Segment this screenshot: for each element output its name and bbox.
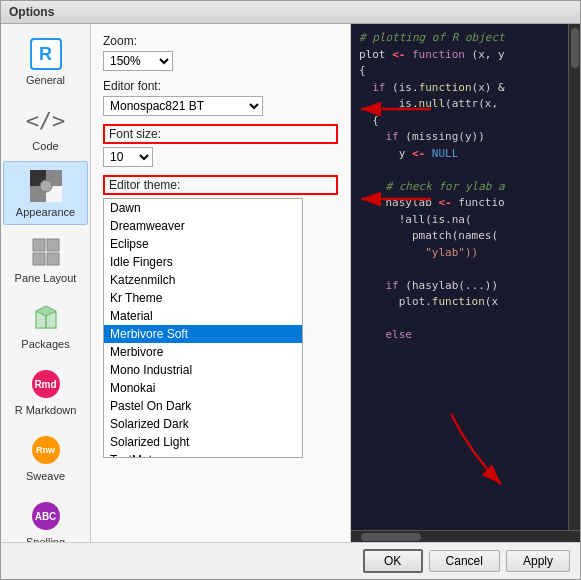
zoom-label: Zoom:	[103, 34, 338, 48]
sidebar-label-code: Code	[32, 140, 58, 152]
sidebar-item-pane-layout[interactable]: Pane Layout	[3, 227, 88, 291]
appearance-icon	[28, 168, 64, 204]
theme-list-item[interactable]: Pastel On Dark	[104, 397, 302, 415]
sidebar-item-sweave[interactable]: Rnw Sweave	[3, 425, 88, 489]
editor-font-label: Editor font:	[103, 79, 338, 93]
sidebar-item-rmarkdown[interactable]: Rmd R Markdown	[3, 359, 88, 423]
rmarkdown-icon: Rmd	[28, 366, 64, 402]
sidebar-item-general[interactable]: R General	[3, 29, 88, 93]
code-content: # plotting of R object plot <- function …	[359, 30, 572, 356]
sidebar-item-packages[interactable]: Packages	[3, 293, 88, 357]
editor-font-select[interactable]: Monospac821 BT	[103, 96, 263, 116]
code-preview: # plotting of R object plot <- function …	[351, 24, 580, 542]
theme-list-item[interactable]: Kr Theme	[104, 289, 302, 307]
ok-button[interactable]: OK	[363, 549, 423, 573]
theme-list-item[interactable]: TextMate	[104, 451, 302, 458]
main-panel: Zoom: 150% 100% 125% 175% 200% Editor fo…	[91, 24, 580, 542]
code-line-6: {	[359, 113, 560, 130]
svg-rect-5	[47, 239, 59, 251]
general-icon: R	[28, 36, 64, 72]
font-size-label: Font size:	[109, 127, 161, 141]
zoom-inline: 150% 100% 125% 175% 200%	[103, 51, 338, 71]
main-content: R General </> Code	[1, 24, 580, 542]
scrollbar-thumb-h[interactable]	[361, 533, 421, 541]
spelling-icon: ABC	[28, 498, 64, 534]
zoom-row: Zoom: 150% 100% 125% 175% 200%	[103, 34, 338, 71]
zoom-select[interactable]: 150% 100% 125% 175% 200%	[103, 51, 173, 71]
code-line-5: is.null(attr(x,	[359, 96, 560, 113]
svg-rect-4	[33, 239, 45, 251]
code-line-2: plot <- function (x, y	[359, 47, 560, 64]
editor-font-inline: Monospac821 BT	[103, 96, 338, 116]
sidebar-label-appearance: Appearance	[16, 206, 75, 218]
theme-list[interactable]: DawnDreamweaverEclipseIdle FingersKatzen…	[103, 198, 303, 458]
editor-theme-row: Editor theme: DawnDreamweaverEclipseIdle…	[103, 175, 338, 458]
sidebar-label-general: General	[26, 74, 65, 86]
code-line-10: # check for ylab a	[359, 179, 560, 196]
font-size-select[interactable]: 10 8 9 11 12 14 16	[103, 147, 153, 167]
code-line-17: plot.function(x	[359, 294, 560, 311]
editor-theme-label-outlined: Editor theme:	[103, 175, 338, 195]
code-line-19: else	[359, 327, 560, 344]
code-icon: </>	[28, 102, 64, 138]
apply-button[interactable]: Apply	[506, 550, 570, 572]
sidebar-label-sweave: Sweave	[26, 470, 65, 482]
theme-list-item[interactable]: Solarized Light	[104, 433, 302, 451]
options-panel: Zoom: 150% 100% 125% 175% 200% Editor fo…	[91, 24, 351, 542]
svg-rect-7	[47, 253, 59, 265]
cancel-button[interactable]: Cancel	[429, 550, 500, 572]
window-title: Options	[9, 5, 54, 19]
vertical-scrollbar[interactable]	[568, 24, 580, 530]
theme-list-item[interactable]: Merbivore	[104, 343, 302, 361]
code-line-11: hasylab <- functio	[359, 195, 560, 212]
theme-list-item[interactable]: Eclipse	[104, 235, 302, 253]
sidebar-item-code[interactable]: </> Code	[3, 95, 88, 159]
sidebar: R General </> Code	[1, 24, 91, 542]
theme-list-item[interactable]: Monokai	[104, 379, 302, 397]
packages-icon	[28, 300, 64, 336]
horizontal-scrollbar[interactable]	[351, 530, 580, 542]
theme-list-item[interactable]: Idle Fingers	[104, 253, 302, 271]
bottom-bar: OK Cancel Apply	[1, 542, 580, 579]
svg-rect-6	[33, 253, 45, 265]
code-line-7: if (missing(y))	[359, 129, 560, 146]
code-line-18	[359, 311, 560, 328]
code-line-9	[359, 162, 560, 179]
sidebar-item-spelling[interactable]: ABC Spelling	[3, 491, 88, 542]
theme-list-item[interactable]: Material	[104, 307, 302, 325]
theme-list-item[interactable]: Katzenmilch	[104, 271, 302, 289]
font-size-inline: 10 8 9 11 12 14 16	[103, 147, 338, 167]
sidebar-label-pane-layout: Pane Layout	[15, 272, 77, 284]
code-line-4: if (is.function(x) &	[359, 80, 560, 97]
sidebar-label-packages: Packages	[21, 338, 69, 350]
pane-layout-icon	[28, 234, 64, 270]
theme-list-item[interactable]: Merbivore Soft	[104, 325, 302, 343]
theme-list-item[interactable]: Dawn	[104, 199, 302, 217]
code-line-15	[359, 261, 560, 278]
code-line-13: pmatch(names(	[359, 228, 560, 245]
code-line-16: if (hasylab(...))	[359, 278, 560, 295]
editor-font-row: Editor font: Monospac821 BT	[103, 79, 338, 116]
theme-list-item[interactable]: Solarized Dark	[104, 415, 302, 433]
font-size-row: Font size: 10 8 9 11 12 14 16	[103, 124, 338, 167]
sweave-icon: Rnw	[28, 432, 64, 468]
sidebar-item-appearance[interactable]: Appearance	[3, 161, 88, 225]
code-line-14: "ylab"))	[359, 245, 560, 262]
titlebar: Options	[1, 1, 580, 24]
font-size-label-outlined: Font size:	[103, 124, 338, 144]
code-line-3: {	[359, 63, 560, 80]
code-line-1: # plotting of R object	[359, 30, 560, 47]
code-line-8: y <- NULL	[359, 146, 560, 163]
theme-list-item[interactable]: Dreamweaver	[104, 217, 302, 235]
editor-theme-label: Editor theme:	[109, 178, 180, 192]
svg-point-3	[40, 180, 52, 192]
options-window: Options R General </> Code	[0, 0, 581, 580]
sidebar-label-rmarkdown: R Markdown	[15, 404, 77, 416]
code-line-12: !all(is.na(	[359, 212, 560, 229]
scrollbar-thumb-v[interactable]	[571, 28, 579, 68]
theme-list-item[interactable]: Mono Industrial	[104, 361, 302, 379]
